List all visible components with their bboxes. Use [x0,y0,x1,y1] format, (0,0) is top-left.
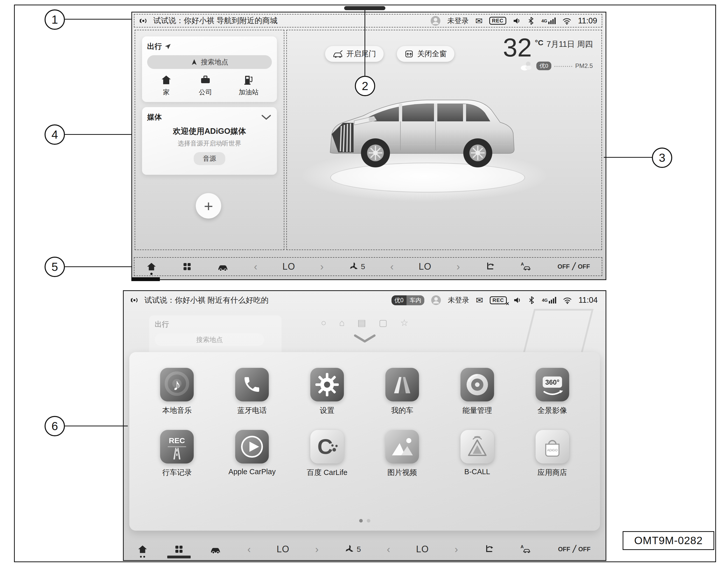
speaker-icon [513,296,521,304]
aqi-badge: 优0 [536,62,551,70]
rec-label: REC [493,297,504,303]
shortcut-label: 家 [163,88,170,97]
add-widget-button[interactable]: + [196,193,221,219]
avatar[interactable] [430,16,441,26]
auto-car-icon: A [520,544,532,554]
shortcut-company[interactable]: 公司 [199,74,212,97]
app-label: 本地音乐 [162,405,192,416]
collapse-drawer-chevron[interactable] [353,334,377,343]
vehicle-main-area: 开启尾门 关闭全窗 32 °C 7月11日 周四 [286,30,602,250]
open-tailgate-button[interactable]: 开启尾门 [325,46,384,62]
dimmed-travel-title: 出行 [155,319,276,329]
rec-off-mark: ✕ [506,301,510,306]
home-icon [137,544,148,555]
dock-apps-button[interactable] [182,262,192,272]
temperature-unit: °C [535,38,543,47]
shortcut-gas-station[interactable]: 加油站 [239,74,259,97]
app-dashcam[interactable]: REC 行车记录 [160,430,194,478]
login-status[interactable]: 未登录 [448,295,469,305]
app-label: 设置 [320,405,334,416]
search-icon: ○ [321,317,327,328]
app-photos-videos[interactable]: 图片视频 [385,430,419,478]
my-car-icon [385,368,419,401]
app-label: B-CALL [464,468,490,476]
temp-right-value[interactable]: LO [416,544,429,555]
app-apple-carplay[interactable]: Apple CarPlay [229,430,276,478]
dock-vehicle-button[interactable] [210,544,221,554]
app-bcall[interactable]: B-CALL [460,430,494,478]
air-quality-badge[interactable]: 优0 车内 [391,295,425,305]
speaker-icon [513,17,521,25]
close-windows-button[interactable]: 关闭全窗 [397,46,454,62]
auto-climate-button[interactable]: A [520,262,533,272]
app-label: 全景影像 [538,405,567,416]
cellular-signal-icon: 4G [542,297,556,303]
app-my-car[interactable]: 我的车 [385,368,419,416]
dock-vehicle-button[interactable] [217,262,229,272]
shortcut-home[interactable]: 家 [160,74,172,97]
fan-level: 5 [361,262,365,271]
settings-gear-icon [310,368,344,401]
mail-icon[interactable]: ✉ [476,296,483,304]
voice-hint-text: 试试说：你好小祺 附近有什么好吃的 [144,295,269,305]
app-settings[interactable]: 设置 [310,368,344,416]
climate-off-button[interactable]: OFF / OFF [557,261,590,273]
dimmed-quick-icons: ○ ⌂ ▤ ▢ ☆ [321,317,409,328]
screen-pull-handle[interactable] [344,6,385,10]
temp-right-down-button[interactable]: ‹ [387,544,390,554]
climate-off-button[interactable]: OFF / OFF [558,543,591,555]
fan-speed-button[interactable]: 5 [349,262,365,272]
vehicle-3d-model[interactable] [315,68,534,178]
avatar[interactable] [431,295,441,305]
temp-left-up-button[interactable]: › [320,262,324,272]
dock-apps-button[interactable] [174,544,184,554]
app-local-music[interactable]: ♪ 本地音乐 [160,368,194,416]
app-surround-view[interactable]: 360° 全景影像 [536,368,569,416]
air-direction-button[interactable] [485,262,495,272]
dock-home-button[interactable] [137,544,148,555]
mail-icon[interactable]: ✉ [475,17,483,25]
auto-climate-button[interactable]: A [520,544,532,554]
screen-home: 试试说：你好小祺 导航到附近的商城 未登录 ✉ REC 4G [131,12,606,280]
temp-left-down-button[interactable]: ‹ [247,544,251,554]
drawer-page-dots[interactable] [359,519,370,522]
app-drawer-panel: ♪ 本地音乐 蓝牙电话 [129,352,600,531]
callout-3: 3 [652,148,672,168]
temp-left-value[interactable]: LO [277,544,289,555]
rec-icon: REC [489,17,506,25]
search-destination-field[interactable]: 搜索地点 [147,55,272,69]
media-card: 媒体 欢迎使用ADiGO媒体 选择音源开启动听世界 音源 [142,107,277,175]
media-headline: 欢迎使用ADiGO媒体 [147,126,272,137]
off-left-label: OFF [557,263,570,270]
temp-left-up-button[interactable]: › [315,544,318,554]
chevron-down-icon[interactable] [261,114,272,120]
temp-right-up-button[interactable]: › [456,262,460,272]
app-energy-management[interactable]: 能量管理 [460,368,494,416]
temp-left-down-button[interactable]: ‹ [254,262,257,272]
navigate-arrow-icon [191,59,198,66]
voice-hint-text: 试试说：你好小祺 导航到附近的商城 [153,16,277,26]
app-baidu-carlife[interactable]: C 百度 CarLife [307,430,347,478]
temp-right-up-button[interactable]: › [455,544,458,554]
dock-home-button[interactable] [146,261,157,272]
app-store[interactable]: ADiGO 应用商店 [536,430,569,478]
temp-right-value[interactable]: LO [419,261,431,272]
svg-text:360°: 360° [545,378,559,386]
app-grid: ♪ 本地音乐 蓝牙电话 [139,368,590,478]
media-card-title: 媒体 [147,112,162,122]
login-status[interactable]: 未登录 [447,16,469,26]
shortcut-label: 加油站 [239,88,259,97]
dock-page-indicator [150,273,153,275]
audio-source-button[interactable]: 音源 [194,152,225,165]
fan-speed-button[interactable]: 5 [344,544,361,554]
home-icon [146,261,157,272]
app-bluetooth-phone[interactable]: 蓝牙电话 [235,368,269,416]
app-label: 图片视频 [387,468,417,478]
callout-line-5 [65,267,131,267]
bluetooth-icon [527,17,535,25]
temp-left-value[interactable]: LO [282,261,295,272]
air-direction-button[interactable] [484,544,494,554]
callout-line-1 [65,19,131,20]
app-label: 应用商店 [538,468,567,478]
temp-right-down-button[interactable]: ‹ [390,262,394,272]
